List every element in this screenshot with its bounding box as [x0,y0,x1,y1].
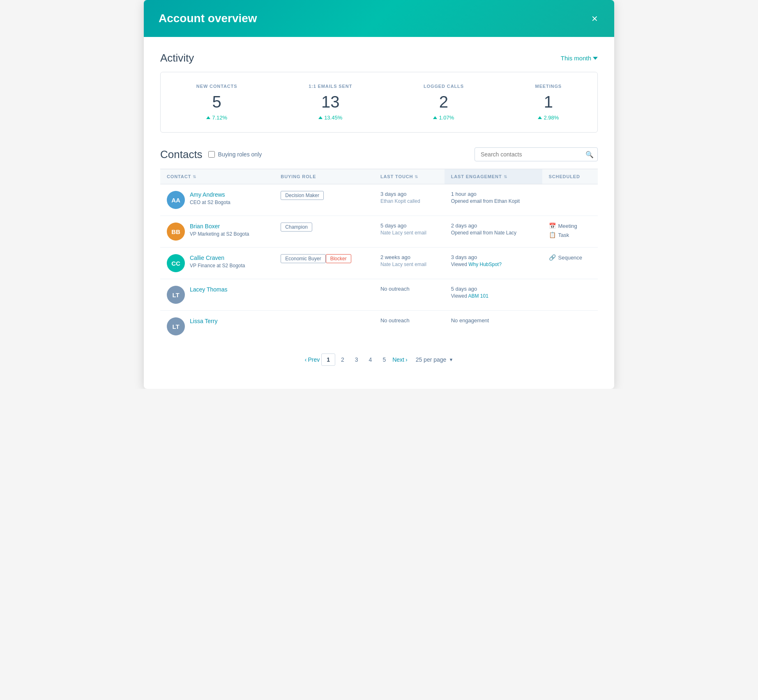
chevron-right-icon: › [405,356,408,363]
per-page-selector[interactable]: 25 per page ▼ [416,356,454,363]
buying-roles-checkbox[interactable] [208,151,215,158]
engagement-link[interactable]: Why HubSpot? [468,262,502,267]
engagement-time: No engagement [451,317,536,324]
up-arrow-icon [538,116,542,119]
last-touch-cell: 2 weeks ago Nate Lacy sent email [374,248,445,279]
engagement-detail: Viewed Why HubSpot? [451,262,536,267]
engagement-time: 3 days ago [451,254,536,260]
last-touch-detail: Ethan Kopit called [380,198,438,204]
contact-cell: BB Brian Boxer VP Marketing at S2 Bogota [160,216,274,248]
page-button-4[interactable]: 4 [364,353,377,366]
sort-icon: ⇅ [504,174,507,179]
scheduled-label: Sequence [558,255,583,261]
stat-new-contacts: NEW CONTACTS 5 7.12% [196,84,237,121]
modal-header: Account overview × [144,0,614,37]
scheduled-item-sequence: 🔗Sequence [549,254,591,261]
search-input[interactable] [475,147,598,161]
table-row: BB Brian Boxer VP Marketing at S2 Bogota… [160,216,598,248]
scheduled-cell [542,311,598,342]
stat-value: 5 [196,93,237,111]
avatar: BB [167,223,185,241]
last-touch-value: No outreach [380,317,438,324]
last-engagement-cell: 1 hour ago Opened email from Ethan Kopit [445,184,542,216]
sort-icon: ⇅ [415,174,418,179]
contact-name-link[interactable]: Lissa Terry [190,318,217,324]
activity-filter-dropdown[interactable]: This month [561,55,598,62]
next-button[interactable]: Next › [392,356,407,363]
buying-role-cell: Champion [274,216,374,248]
engagement-detail: Opened email from Ethan Kopit [451,198,536,204]
last-touch-detail: Nate Lacy sent email [380,262,438,267]
stat-label: LOGGED CALLS [424,84,464,89]
engagement-time: 2 days ago [451,223,536,229]
col-header-last-touch[interactable]: LAST TOUCH⇅ [374,169,445,184]
col-header-contact[interactable]: CONTACT⇅ [160,169,274,184]
table-row: LT Lissa Terry No outreach No engagement [160,311,598,342]
scheduled-icon: 🔗 [549,254,556,261]
col-header-buying-role: BUYING ROLE [274,169,374,184]
avatar: AA [167,191,185,209]
page-button-5[interactable]: 5 [378,353,391,366]
last-touch-cell: 5 days ago Nate Lacy sent email [374,216,445,248]
col-header-last-engagement[interactable]: LAST ENGAGEMENT⇅ [445,169,542,184]
buying-role-cell: Decision Maker [274,184,374,216]
contact-name-link[interactable]: Amy Andrews [190,191,225,198]
scheduled-label: Task [558,232,569,238]
table-header: CONTACT⇅BUYING ROLELAST TOUCH⇅LAST ENGAG… [160,169,598,184]
contacts-section-title: Contacts [160,148,203,161]
last-engagement-cell: 2 days ago Opened email from Nate Lacy [445,216,542,248]
stat-change: 2.98% [535,115,562,121]
avatar: LT [167,317,185,335]
stat-change: 7.12% [196,115,237,121]
scheduled-cell [542,184,598,216]
activity-card: NEW CONTACTS 5 7.12% 1:1 EMAILS SENT 13 … [160,72,598,133]
last-touch-value: 2 weeks ago [380,254,438,260]
stat-label: 1:1 EMAILS SENT [309,84,352,89]
last-touch-detail: Nate Lacy sent email [380,230,438,236]
contact-name-link[interactable]: Lacey Thomas [190,286,228,293]
buying-roles-filter[interactable]: Buying roles only [208,151,262,158]
scheduled-label: Meeting [558,223,577,229]
page-button-2[interactable]: 2 [336,353,349,366]
table-body: AA Amy Andrews CEO at S2 Bogota Decision… [160,184,598,342]
stat-emails-sent: 1:1 EMAILS SENT 13 13.45% [309,84,352,121]
contact-job-title: CEO at S2 Bogota [190,200,230,205]
buying-role-cell: Economic BuyerBlocker [274,248,374,279]
contact-job-title: VP Marketing at S2 Bogota [190,231,249,237]
stat-change: 1.07% [424,115,464,121]
search-box: 🔍 [475,147,598,161]
role-badge: Champion [281,223,312,232]
engagement-time: 1 hour ago [451,191,536,197]
last-touch-cell: No outreach [374,279,445,311]
activity-section-title: Activity [160,52,194,64]
contact-name-link[interactable]: Brian Boxer [190,223,220,230]
contact-name-link[interactable]: Callie Craven [190,255,224,261]
role-badge: Blocker [326,254,351,263]
scheduled-cell: 📅Meeting📋Task [542,216,598,248]
contacts-left: Contacts Buying roles only [160,148,262,161]
buying-role-cell [274,311,374,342]
contact-cell: CC Callie Craven VP Finance at S2 Bogota [160,248,274,279]
sort-icon: ⇅ [193,174,196,179]
last-engagement-cell: No engagement [445,311,542,342]
table-row: LT Lacey Thomas No outreach 5 days ago V… [160,279,598,311]
engagement-detail: Viewed ABM 101 [451,293,536,299]
table-row: AA Amy Andrews CEO at S2 Bogota Decision… [160,184,598,216]
page-button-3[interactable]: 3 [350,353,363,366]
modal-title: Account overview [159,12,257,25]
scheduled-cell: 🔗Sequence [542,248,598,279]
role-badge: Economic Buyer [281,254,325,263]
prev-button[interactable]: ‹ Prev [305,356,320,363]
up-arrow-icon [206,116,210,119]
page-button-1[interactable]: 1 [321,353,335,366]
scheduled-icon: 📋 [549,232,556,238]
contact-cell: LT Lissa Terry [160,311,274,342]
last-touch-cell: 3 days ago Ethan Kopit called [374,184,445,216]
search-icon: 🔍 [585,151,594,158]
table-row: CC Callie Craven VP Finance at S2 Bogota… [160,248,598,279]
close-button[interactable]: × [590,11,599,25]
chevron-down-icon [593,56,598,61]
scheduled-item-task: 📋Task [549,232,591,238]
engagement-link[interactable]: ABM 101 [468,293,488,299]
contact-job-title: VP Finance at S2 Bogota [190,263,245,269]
